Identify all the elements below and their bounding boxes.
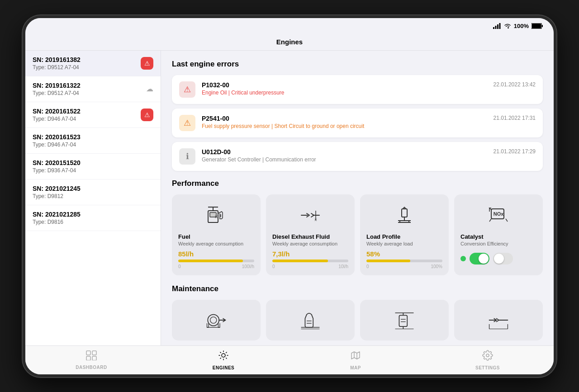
- svg-rect-0: [493, 27, 494, 29]
- perf-icon-2: [366, 202, 442, 229]
- sidebar-type-2: Type: D946 A7-04: [33, 116, 81, 122]
- svg-point-28: [208, 314, 219, 326]
- toggle-3[interactable]: [470, 253, 489, 264]
- tab-item-map[interactable]: MAP: [290, 346, 422, 374]
- error-desc-2: Generator Set Controller | Communication…: [202, 156, 487, 163]
- sidebar-type-1: Type: D9512 A7-04: [33, 90, 81, 96]
- progress-min-0: 0: [178, 264, 181, 269]
- tab-icon-settings: [482, 350, 493, 364]
- device-frame: 100% Engines SN: 2019161382Type: D9512 A…: [23, 15, 556, 377]
- sidebar-item-text-5: SN: 2021021245Type: D9812: [33, 185, 81, 199]
- sidebar-item-2[interactable]: SN: 2020161522Type: D946 A7-04⚠: [25, 102, 161, 128]
- svg-text:NOx: NOx: [494, 211, 504, 217]
- svg-rect-2: [497, 24, 498, 29]
- tab-item-dashboard[interactable]: DASHBOARD: [25, 347, 157, 373]
- perf-sublabel-1: Weekly average consumption: [272, 241, 348, 246]
- sidebar-sn-6: SN: 2021021285: [33, 211, 81, 218]
- error-time-0: 22.01.2022 13:42: [494, 81, 536, 88]
- tab-icon-engines: [218, 350, 229, 364]
- maintenance-section-title: Maintenance: [172, 284, 543, 293]
- tab-item-settings[interactable]: SETTINGS: [422, 346, 554, 374]
- tab-label-settings: SETTINGS: [475, 365, 500, 370]
- tab-label-engines: ENGINES: [213, 365, 235, 370]
- perf-label-3: Catalyst: [460, 233, 536, 240]
- content-area: Last engine errors ⚠P1032-00Engine Oil |…: [161, 51, 554, 345]
- svg-rect-1: [495, 26, 496, 29]
- progress-bar-bg-2: [366, 260, 442, 262]
- error-desc-0: Engine Oil | Critical underpressure: [202, 90, 487, 96]
- sidebar-item-text-6: SN: 2021021285Type: D9816: [33, 211, 81, 225]
- errors-section-title: Last engine errors: [172, 60, 543, 69]
- perf-card-2[interactable]: Load ProfileWeekly average load58%0100%: [360, 194, 449, 275]
- toggle2-3[interactable]: [493, 253, 513, 264]
- status-icons: 100%: [493, 23, 543, 29]
- progress-labels-2: 0100%: [366, 264, 442, 269]
- toggle-knob-3: [479, 254, 489, 264]
- sidebar-item-5[interactable]: SN: 2021021245Type: D9812: [25, 179, 161, 205]
- perf-icon-3: NOx: [460, 202, 536, 229]
- tab-label-dashboard: DASHBOARD: [76, 365, 107, 370]
- error-icon-1: ⚠: [179, 115, 195, 131]
- svg-rect-46: [92, 351, 96, 355]
- progress-bar-bg-1: [272, 260, 348, 262]
- svg-rect-16: [402, 209, 407, 217]
- sidebar-item-3[interactable]: SN: 2020161523Type: D946 A7-04: [25, 128, 161, 154]
- perf-sublabel-0: Weekly average consumption: [178, 241, 254, 246]
- maint-card-1[interactable]: [266, 300, 355, 340]
- sidebar-type-3: Type: D946 A7-04: [33, 142, 81, 148]
- error-card-1[interactable]: ⚠P2541-00Fuel supply pressure sensor | S…: [172, 109, 543, 137]
- perf-card-3[interactable]: NOx CatalystConversion Efficiency: [454, 194, 543, 275]
- perf-card-0[interactable]: × FuelWeekly average consumption85l/h010…: [172, 194, 261, 275]
- perf-icon-0: ×: [178, 202, 254, 229]
- error-info-2: U012D-00Generator Set Controller | Commu…: [202, 148, 487, 163]
- error-card-2[interactable]: ℹU012D-00Generator Set Controller | Comm…: [172, 142, 543, 171]
- maint-card-0[interactable]: [172, 300, 261, 340]
- warning-badge-2: ⚠: [141, 109, 153, 121]
- perf-value-1: 7,3l/h: [272, 250, 348, 258]
- wifi-icon: [504, 23, 511, 29]
- sidebar-type-0: Type: D9512 A7-04: [33, 64, 81, 71]
- perf-value-2: 58%: [366, 250, 442, 258]
- svg-point-29: [210, 316, 217, 323]
- maint-card-2[interactable]: [360, 300, 449, 340]
- progress-bar-fill-0: [178, 260, 243, 262]
- main-content: SN: 2019161382Type: D9512 A7-04⚠SN: 2019…: [25, 51, 554, 345]
- sidebar-type-4: Type: D936 A7-04: [33, 167, 81, 174]
- perf-sublabel-3: Conversion Efficiency: [460, 241, 536, 246]
- progress-labels-1: 010l/h: [272, 264, 348, 269]
- svg-text:×: ×: [214, 214, 218, 220]
- svg-line-25: [489, 219, 491, 222]
- sidebar-item-4[interactable]: SN: 2020151520Type: D936 A7-04: [25, 154, 161, 179]
- error-time-2: 21.01.2022 17:29: [494, 148, 536, 155]
- sidebar-item-0[interactable]: SN: 2019161382Type: D9512 A7-04⚠: [25, 51, 161, 76]
- sidebar-type-5: Type: D9812: [33, 193, 81, 199]
- svg-rect-35: [399, 315, 407, 326]
- error-card-0[interactable]: ⚠P1032-00Engine Oil | Critical underpres…: [172, 75, 543, 104]
- svg-rect-45: [86, 351, 90, 355]
- toggle-dot-3: [460, 256, 466, 261]
- error-cards-container: ⚠P1032-00Engine Oil | Critical underpres…: [172, 75, 543, 171]
- svg-text:×: ×: [314, 217, 317, 222]
- cloud-icon-1: ☁: [146, 85, 153, 93]
- tab-label-map: MAP: [350, 365, 361, 370]
- signal-icon: [493, 23, 501, 29]
- tab-item-engines[interactable]: ENGINES: [157, 346, 290, 374]
- sidebar-item-text-2: SN: 2020161522Type: D946 A7-04: [33, 108, 81, 122]
- toggle-knob2-3: [494, 254, 504, 264]
- maintenance-grid: [172, 300, 543, 340]
- tab-bar: DASHBOARD ENGINES MAP SETTINGS: [25, 345, 554, 374]
- sidebar-item-6[interactable]: SN: 2021021285Type: D9816: [25, 205, 161, 231]
- sidebar: SN: 2019161382Type: D9512 A7-04⚠SN: 2019…: [25, 51, 161, 345]
- maint-card-3[interactable]: [454, 300, 543, 340]
- perf-card-1[interactable]: × Diesel Exhaust FluidWeekly average con…: [266, 194, 355, 275]
- perf-sublabel-2: Weekly average load: [366, 241, 442, 246]
- sidebar-item-text-1: SN: 2019161322Type: D9512 A7-04: [33, 82, 81, 96]
- perf-value-0: 85l/h: [178, 250, 254, 258]
- progress-min-2: 0: [366, 264, 369, 269]
- svg-point-52: [486, 354, 489, 357]
- progress-bar-bg-0: [178, 260, 254, 262]
- perf-label-1: Diesel Exhaust Fluid: [272, 233, 348, 240]
- svg-rect-5: [542, 25, 543, 27]
- sidebar-item-1[interactable]: SN: 2019161322Type: D9512 A7-04☁: [25, 76, 161, 102]
- error-code-0: P1032-00: [202, 81, 487, 89]
